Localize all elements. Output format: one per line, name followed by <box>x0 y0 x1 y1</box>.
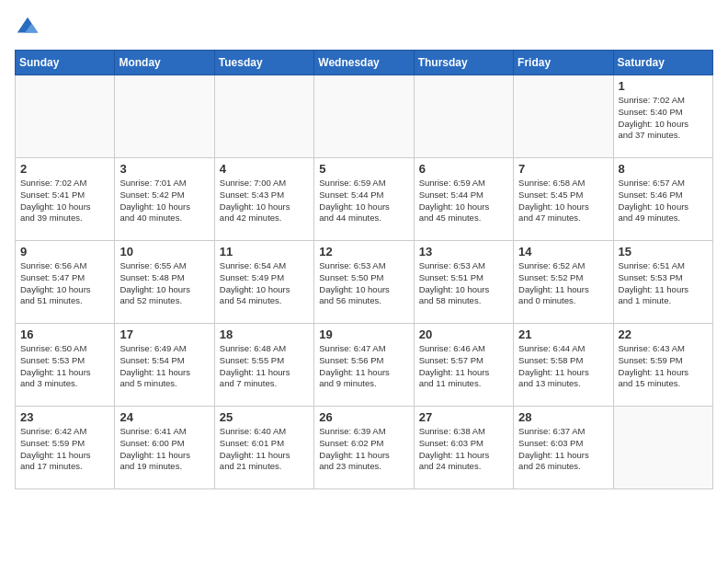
calendar-week-1: 2Sunrise: 7:02 AM Sunset: 5:41 PM Daylig… <box>16 158 713 241</box>
calendar-cell: 2Sunrise: 7:02 AM Sunset: 5:41 PM Daylig… <box>16 158 115 241</box>
calendar-cell <box>314 75 414 158</box>
day-info: Sunrise: 6:37 AM Sunset: 6:03 PM Dayligh… <box>518 426 608 473</box>
calendar-cell: 28Sunrise: 6:37 AM Sunset: 6:03 PM Dayli… <box>514 407 613 489</box>
day-info: Sunrise: 6:56 AM Sunset: 5:47 PM Dayligh… <box>20 260 109 307</box>
day-info: Sunrise: 6:43 AM Sunset: 5:59 PM Dayligh… <box>619 343 708 390</box>
day-info: Sunrise: 6:48 AM Sunset: 5:55 PM Dayligh… <box>220 343 309 390</box>
day-number: 10 <box>119 245 209 259</box>
day-number: 24 <box>119 410 209 424</box>
day-number: 3 <box>119 162 209 176</box>
day-info: Sunrise: 6:59 AM Sunset: 5:44 PM Dayligh… <box>319 178 408 224</box>
day-info: Sunrise: 7:02 AM Sunset: 5:40 PM Dayligh… <box>619 95 708 142</box>
day-number: 7 <box>518 162 608 176</box>
calendar-cell <box>214 75 313 158</box>
calendar-cell: 23Sunrise: 6:42 AM Sunset: 5:59 PM Dayli… <box>16 407 115 489</box>
day-number: 16 <box>20 327 109 341</box>
calendar-cell: 9Sunrise: 6:56 AM Sunset: 5:47 PM Daylig… <box>16 241 115 324</box>
day-info: Sunrise: 6:53 AM Sunset: 5:50 PM Dayligh… <box>319 260 408 307</box>
day-info: Sunrise: 6:46 AM Sunset: 5:57 PM Dayligh… <box>419 343 508 390</box>
day-info: Sunrise: 7:01 AM Sunset: 5:42 PM Dayligh… <box>119 178 209 224</box>
calendar-cell <box>514 75 613 158</box>
day-info: Sunrise: 6:51 AM Sunset: 5:53 PM Dayligh… <box>619 260 708 307</box>
weekday-header-monday: Monday <box>115 51 214 75</box>
day-number: 12 <box>319 245 408 259</box>
calendar-cell <box>115 75 214 158</box>
day-info: Sunrise: 6:38 AM Sunset: 6:03 PM Dayligh… <box>419 426 508 473</box>
day-info: Sunrise: 6:59 AM Sunset: 5:44 PM Dayligh… <box>419 178 508 224</box>
calendar-cell: 25Sunrise: 6:40 AM Sunset: 6:01 PM Dayli… <box>214 407 313 489</box>
calendar-week-2: 9Sunrise: 6:56 AM Sunset: 5:47 PM Daylig… <box>16 241 713 324</box>
calendar-cell: 21Sunrise: 6:44 AM Sunset: 5:58 PM Dayli… <box>514 324 613 407</box>
day-number: 25 <box>220 410 309 424</box>
day-info: Sunrise: 6:53 AM Sunset: 5:51 PM Dayligh… <box>419 260 508 307</box>
logo <box>15 15 44 40</box>
weekday-header-sunday: Sunday <box>16 51 115 75</box>
weekday-header-saturday: Saturday <box>613 51 712 75</box>
calendar-table: SundayMondayTuesdayWednesdayThursdayFrid… <box>15 50 713 489</box>
day-number: 5 <box>319 162 408 176</box>
day-number: 26 <box>319 410 408 424</box>
calendar-week-4: 23Sunrise: 6:42 AM Sunset: 5:59 PM Dayli… <box>16 407 713 489</box>
day-number: 14 <box>518 245 608 259</box>
day-number: 11 <box>220 245 309 259</box>
day-number: 8 <box>619 162 708 176</box>
weekday-header-thursday: Thursday <box>414 51 513 75</box>
calendar-cell: 19Sunrise: 6:47 AM Sunset: 5:56 PM Dayli… <box>314 324 414 407</box>
day-number: 19 <box>319 327 408 341</box>
day-info: Sunrise: 6:42 AM Sunset: 5:59 PM Dayligh… <box>20 426 109 473</box>
calendar-cell <box>613 407 712 489</box>
weekday-header-friday: Friday <box>514 51 613 75</box>
calendar-cell: 20Sunrise: 6:46 AM Sunset: 5:57 PM Dayli… <box>414 324 513 407</box>
calendar-cell: 16Sunrise: 6:50 AM Sunset: 5:53 PM Dayli… <box>16 324 115 407</box>
weekday-header-tuesday: Tuesday <box>214 51 313 75</box>
day-info: Sunrise: 7:00 AM Sunset: 5:43 PM Dayligh… <box>220 178 309 224</box>
calendar-cell: 7Sunrise: 6:58 AM Sunset: 5:45 PM Daylig… <box>514 158 613 241</box>
day-info: Sunrise: 6:44 AM Sunset: 5:58 PM Dayligh… <box>518 343 608 390</box>
day-number: 28 <box>518 410 608 424</box>
day-number: 27 <box>419 410 508 424</box>
calendar-cell: 14Sunrise: 6:52 AM Sunset: 5:52 PM Dayli… <box>514 241 613 324</box>
day-info: Sunrise: 6:55 AM Sunset: 5:48 PM Dayligh… <box>119 260 209 307</box>
calendar-cell: 6Sunrise: 6:59 AM Sunset: 5:44 PM Daylig… <box>414 158 513 241</box>
calendar-cell: 13Sunrise: 6:53 AM Sunset: 5:51 PM Dayli… <box>414 241 513 324</box>
page-header <box>15 15 713 40</box>
calendar-cell: 12Sunrise: 6:53 AM Sunset: 5:50 PM Dayli… <box>314 241 414 324</box>
day-info: Sunrise: 6:57 AM Sunset: 5:46 PM Dayligh… <box>619 178 708 224</box>
day-number: 4 <box>220 162 309 176</box>
calendar-cell: 27Sunrise: 6:38 AM Sunset: 6:03 PM Dayli… <box>414 407 513 489</box>
day-number: 18 <box>220 327 309 341</box>
day-number: 2 <box>20 162 109 176</box>
day-number: 22 <box>619 327 708 341</box>
day-number: 13 <box>419 245 508 259</box>
calendar-cell: 4Sunrise: 7:00 AM Sunset: 5:43 PM Daylig… <box>214 158 313 241</box>
day-number: 15 <box>619 245 708 259</box>
calendar-cell: 26Sunrise: 6:39 AM Sunset: 6:02 PM Dayli… <box>314 407 414 489</box>
day-info: Sunrise: 7:02 AM Sunset: 5:41 PM Dayligh… <box>20 178 109 224</box>
day-number: 23 <box>20 410 109 424</box>
calendar-cell: 3Sunrise: 7:01 AM Sunset: 5:42 PM Daylig… <box>115 158 214 241</box>
calendar-cell: 5Sunrise: 6:59 AM Sunset: 5:44 PM Daylig… <box>314 158 414 241</box>
day-info: Sunrise: 6:47 AM Sunset: 5:56 PM Dayligh… <box>319 343 408 390</box>
day-info: Sunrise: 6:54 AM Sunset: 5:49 PM Dayligh… <box>220 260 309 307</box>
calendar-week-3: 16Sunrise: 6:50 AM Sunset: 5:53 PM Dayli… <box>16 324 713 407</box>
calendar-header-row: SundayMondayTuesdayWednesdayThursdayFrid… <box>16 51 713 75</box>
day-number: 6 <box>419 162 508 176</box>
day-info: Sunrise: 6:49 AM Sunset: 5:54 PM Dayligh… <box>119 343 209 390</box>
calendar-cell: 24Sunrise: 6:41 AM Sunset: 6:00 PM Dayli… <box>115 407 214 489</box>
day-info: Sunrise: 6:52 AM Sunset: 5:52 PM Dayligh… <box>518 260 608 307</box>
day-number: 17 <box>119 327 209 341</box>
day-number: 21 <box>518 327 608 341</box>
calendar-cell: 1Sunrise: 7:02 AM Sunset: 5:40 PM Daylig… <box>613 75 712 158</box>
calendar-cell <box>16 75 115 158</box>
calendar-cell: 17Sunrise: 6:49 AM Sunset: 5:54 PM Dayli… <box>115 324 214 407</box>
day-number: 1 <box>619 79 708 93</box>
calendar-cell: 22Sunrise: 6:43 AM Sunset: 5:59 PM Dayli… <box>613 324 712 407</box>
day-number: 9 <box>20 245 109 259</box>
day-info: Sunrise: 6:41 AM Sunset: 6:00 PM Dayligh… <box>119 426 209 473</box>
day-info: Sunrise: 6:50 AM Sunset: 5:53 PM Dayligh… <box>20 343 109 390</box>
calendar-cell: 11Sunrise: 6:54 AM Sunset: 5:49 PM Dayli… <box>214 241 313 324</box>
day-info: Sunrise: 6:58 AM Sunset: 5:45 PM Dayligh… <box>518 178 608 224</box>
day-info: Sunrise: 6:40 AM Sunset: 6:01 PM Dayligh… <box>220 426 309 473</box>
logo-icon <box>15 15 40 40</box>
calendar-cell: 15Sunrise: 6:51 AM Sunset: 5:53 PM Dayli… <box>613 241 712 324</box>
